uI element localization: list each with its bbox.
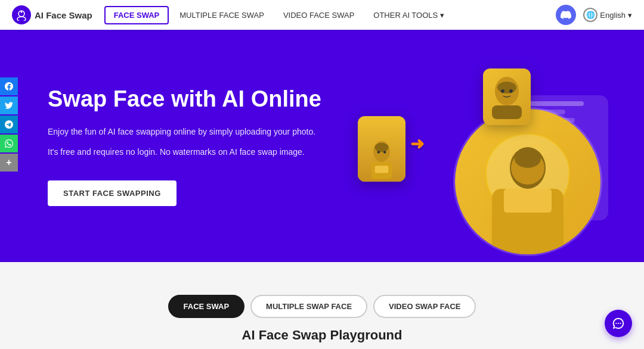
svg-point-19 — [383, 151, 386, 153]
svg-point-22 — [618, 323, 619, 324]
social-more[interactable]: + — [0, 154, 18, 172]
svg-point-23 — [620, 323, 621, 324]
start-face-swapping-button[interactable]: START FACE SWAPPING — [48, 180, 177, 206]
logo-text: AI Face Swap — [35, 10, 92, 20]
arrow-icon: ➜ — [410, 134, 424, 154]
tab-row: FACE SWAP MULTIPLE SWAP FACE VIDEO SWAP … — [168, 295, 476, 318]
social-telegram[interactable] — [0, 116, 18, 133]
bottom-section: FACE SWAP MULTIPLE SWAP FACE VIDEO SWAP … — [0, 262, 644, 349]
hero-title: Swap Face with AI Online — [48, 86, 321, 113]
svg-rect-12 — [492, 105, 522, 119]
svg-point-21 — [615, 323, 617, 324]
lang-chevron-icon: ▾ — [628, 11, 632, 20]
nav-video-face-swap[interactable]: VIDEO FACE SWAP — [275, 7, 363, 23]
hero-desc2: It's free and requires no login. No wate… — [48, 145, 321, 158]
nav-other-ai-tools[interactable]: OTHER AI TOOLS ▾ — [365, 7, 453, 23]
globe-icon: 🌐 — [583, 8, 597, 22]
svg-point-13 — [501, 89, 504, 93]
svg-point-14 — [509, 89, 513, 93]
nav-right: 🌐 English ▾ — [556, 5, 632, 25]
hero-content: Swap Face with AI Online Enjoy the fun o… — [48, 86, 321, 205]
social-twitter[interactable] — [0, 96, 18, 114]
hero-desc1: Enjoy the fun of AI face swapping online… — [48, 125, 321, 138]
tab-face-swap[interactable]: FACE SWAP — [168, 295, 245, 318]
nav-face-swap[interactable]: FACE SWAP — [104, 6, 169, 24]
social-sidebar: + — [0, 77, 18, 172]
svg-point-2 — [21, 11, 23, 13]
svg-point-9 — [515, 150, 541, 168]
face-card-top — [483, 68, 531, 125]
nav-links: FACE SWAP MULTIPLE FACE SWAP VIDEO FACE … — [104, 6, 556, 24]
svg-point-16 — [375, 143, 389, 152]
svg-rect-20 — [375, 166, 389, 173]
svg-point-1 — [17, 17, 26, 21]
discord-button[interactable] — [556, 5, 576, 25]
nav-multiple-face-swap[interactable]: MULTIPLE FACE SWAP — [171, 7, 273, 23]
main-person-circle: Inran — [453, 107, 602, 256]
chevron-down-icon: ▾ — [440, 11, 444, 20]
logo-icon — [12, 5, 31, 24]
face-card-left — [358, 116, 405, 182]
nav-logo[interactable]: AI Face Swap — [12, 5, 92, 24]
language-selector[interactable]: 🌐 English ▾ — [583, 8, 632, 22]
tab-multiple-swap-face[interactable]: MULTIPLE SWAP FACE — [250, 295, 367, 318]
social-whatsapp[interactable] — [0, 135, 18, 152]
bottom-title: AI Face Swap Playground — [242, 328, 402, 343]
svg-rect-7 — [504, 189, 552, 213]
hero-section: Swap Face with AI Online Enjoy the fun o… — [0, 30, 644, 262]
hero-illustration: Inran — [358, 66, 608, 262]
svg-point-11 — [497, 82, 516, 94]
svg-point-18 — [377, 151, 380, 153]
chat-button[interactable] — [605, 310, 632, 337]
social-facebook[interactable] — [0, 77, 18, 95]
navbar: AI Face Swap FACE SWAP MULTIPLE FACE SWA… — [0, 0, 644, 30]
tab-video-swap-face[interactable]: VIDEO SWAP FACE — [373, 295, 476, 318]
